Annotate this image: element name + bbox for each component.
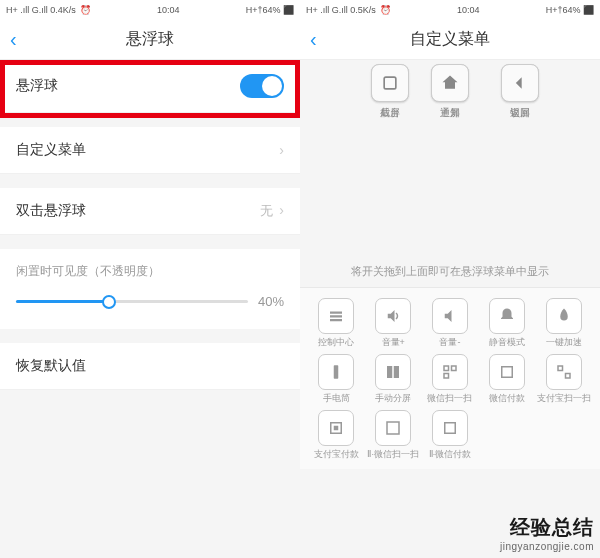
back-button[interactable]: ‹ [310, 28, 317, 51]
slider-label: 闲置时可见度（不透明度） [16, 263, 284, 280]
svg-rect-4 [384, 77, 396, 89]
svg-rect-16 [565, 373, 570, 378]
float-item-return[interactable]: 返回 [490, 64, 550, 120]
shortcut-alipay-scan[interactable]: 支付宝扫一扫 [535, 354, 592, 404]
slider-thumb[interactable] [102, 295, 116, 309]
header: ‹ 悬浮球 [0, 20, 300, 60]
alarm-icon: ⏰ [380, 5, 391, 15]
opacity-slider-section: 闲置时可见度（不透明度） 40% [0, 249, 300, 329]
battery-status: H+†64% ⬛ [546, 5, 594, 15]
available-shortcuts-grid: 控制中心 音量+ 音量- 静音模式 一键加速 手电筒 手动分屏 微信扫一扫 微信… [300, 288, 600, 469]
shortcut-control-center[interactable]: 控制中心 [308, 298, 365, 348]
svg-rect-11 [444, 366, 449, 371]
header: ‹ 自定义菜单 [300, 20, 600, 60]
back-button[interactable]: ‹ [10, 28, 17, 51]
battery-status: H+†64% ⬛ [246, 5, 294, 15]
page-title: 自定义菜单 [410, 29, 490, 50]
status-bar: H+ .ıll G.ıll 0.5K/s⏰ 10:04 H+†64% ⬛ [300, 0, 600, 20]
float-menu-area: 通知 截屏 锁屏 后台 返回 主屏 将开关拖到上面即可在悬浮球菜单中显示 控制中… [300, 60, 600, 479]
row-label: 自定义菜单 [16, 141, 86, 159]
shortcut-volume-down[interactable]: 音量- [422, 298, 479, 348]
svg-rect-12 [451, 366, 456, 371]
svg-rect-7 [330, 319, 342, 321]
svg-rect-9 [387, 366, 392, 378]
background-icon [371, 64, 409, 102]
shortcut-mute[interactable]: 静音模式 [478, 298, 535, 348]
svg-rect-20 [445, 422, 456, 433]
row-custom-menu[interactable]: 自定义菜单 › [0, 127, 300, 174]
shortcut-wechat-pay-2[interactable]: Ⅱ·微信付款 [422, 410, 479, 460]
chevron-right-icon: › [279, 142, 284, 158]
row-label: 恢复默认值 [16, 357, 86, 375]
return-icon [501, 64, 539, 102]
svg-rect-18 [334, 425, 339, 430]
status-time: 10:04 [157, 5, 180, 15]
svg-rect-14 [502, 367, 513, 378]
page-title: 悬浮球 [126, 29, 174, 50]
shortcut-flashlight[interactable]: 手电筒 [308, 354, 365, 404]
alarm-icon: ⏰ [80, 5, 91, 15]
shortcut-split-screen[interactable]: 手动分屏 [365, 354, 422, 404]
home-icon [431, 64, 469, 102]
drag-hint: 将开关拖到上面即可在悬浮球菜单中显示 [300, 254, 600, 288]
chevron-right-icon: › [279, 202, 284, 218]
shortcut-boost[interactable]: 一键加速 [535, 298, 592, 348]
svg-rect-8 [334, 365, 339, 379]
svg-rect-15 [558, 366, 563, 371]
row-restore-default[interactable]: 恢复默认值 [0, 343, 300, 390]
toggle-switch[interactable] [240, 74, 284, 98]
svg-rect-10 [394, 366, 399, 378]
network-status: H+ .ıll G.ıll 0.5K/s [306, 5, 376, 15]
float-item-home[interactable]: 主屏 [420, 64, 480, 120]
row-value: 无 [260, 203, 273, 218]
float-item-background[interactable]: 后台 [360, 64, 420, 120]
shortcut-alipay-pay[interactable]: 支付宝付款 [308, 410, 365, 460]
shortcut-wechat-pay[interactable]: 微信付款 [478, 354, 535, 404]
row-label: 双击悬浮球 [16, 202, 86, 220]
svg-rect-6 [330, 315, 342, 317]
watermark: 经验总结 jingyanzongjie.com [500, 514, 594, 552]
shortcut-wechat-scan[interactable]: 微信扫一扫 [422, 354, 479, 404]
status-bar: H+ .ıll G.ıll 0.4K/s⏰ 10:04 H+†64% ⬛ [0, 0, 300, 20]
phone-left: H+ .ıll G.ıll 0.4K/s⏰ 10:04 H+†64% ⬛ ‹ 悬… [0, 0, 300, 558]
row-label: 悬浮球 [16, 77, 58, 95]
phone-right: H+ .ıll G.ıll 0.5K/s⏰ 10:04 H+†64% ⬛ ‹ 自… [300, 0, 600, 558]
opacity-slider[interactable] [16, 300, 248, 303]
svg-rect-19 [387, 422, 399, 434]
slider-value: 40% [258, 294, 284, 309]
row-float-toggle[interactable]: 悬浮球 [0, 60, 300, 113]
status-time: 10:04 [457, 5, 480, 15]
shortcut-volume-up[interactable]: 音量+ [365, 298, 422, 348]
svg-rect-5 [330, 312, 342, 314]
svg-rect-13 [444, 373, 449, 378]
shortcut-wechat-scan-2[interactable]: Ⅱ·微信扫一扫 [365, 410, 422, 460]
row-double-tap[interactable]: 双击悬浮球 无› [0, 188, 300, 235]
network-status: H+ .ıll G.ıll 0.4K/s [6, 5, 76, 15]
content-area: 悬浮球 自定义菜单 › 双击悬浮球 无› 闲置时可见度（不透明度） [0, 60, 300, 390]
